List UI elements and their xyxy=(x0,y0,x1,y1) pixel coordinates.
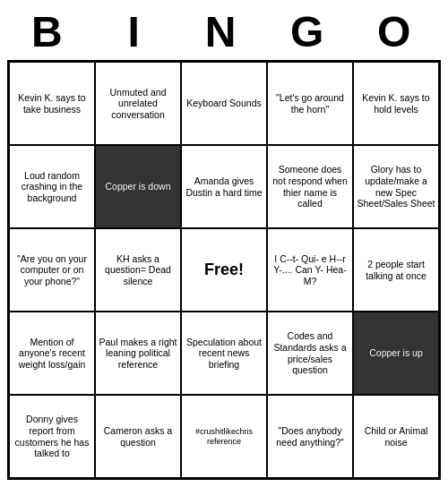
cell-2-0: "Are you on your computer or on your pho… xyxy=(9,228,95,312)
cell-2-2-free: Free! xyxy=(181,228,267,312)
cell-0-0: Kevin K. says to take business xyxy=(9,62,95,145)
title-o: O xyxy=(362,7,434,56)
title-n: N xyxy=(188,7,260,56)
cell-3-4: Copper is up xyxy=(353,312,439,395)
cell-4-1: Cameron asks a question xyxy=(95,395,181,478)
cell-2-3: I C--t- Qui- e H--r Y-.... Can Y- Hea- M… xyxy=(267,228,353,312)
cell-1-1: Copper is down xyxy=(95,145,181,228)
cell-3-1: Paul makes a right leaning political ref… xyxy=(95,312,181,395)
cell-4-0: Donny gives report from customers he has… xyxy=(9,395,95,478)
cell-1-0: Loud random crashing in the background xyxy=(9,145,95,228)
cell-4-4: Child or Animal noise xyxy=(353,395,439,478)
cell-3-0: Mention of anyone's recent weight loss/g… xyxy=(9,312,95,395)
cell-3-2: Speculation about recent news briefing xyxy=(181,312,267,395)
cell-4-3: "Does anybody need anything?" xyxy=(267,395,353,478)
title-g: G xyxy=(275,7,347,56)
cell-2-1: KH asks a question= Dead silence xyxy=(95,228,181,312)
cell-0-2: Keyboard Sounds xyxy=(181,62,267,145)
cell-3-3: Codes and Standards asks a price/sales q… xyxy=(267,312,353,395)
cell-1-4: Glory has to update/make a new Spec Shee… xyxy=(353,145,439,228)
bingo-grid: Kevin K. says to take business Unmuted a… xyxy=(7,60,441,480)
cell-4-2: #crushitlikechris reference xyxy=(181,395,267,478)
title-i: I xyxy=(101,7,173,56)
cell-0-4: Kevin K. says to hold levels xyxy=(353,62,439,145)
cell-2-4: 2 people start talking at once xyxy=(353,228,439,312)
cell-1-2: Amanda gives Dustin a hard time xyxy=(181,145,267,228)
title-b: B xyxy=(14,7,86,56)
cell-0-3: "Let's go around the horn" xyxy=(267,62,353,145)
cell-1-3: Someone does not respond when thier name… xyxy=(267,145,353,228)
bingo-title: B I N G O xyxy=(7,7,441,56)
cell-0-1: Unmuted and unrelated conversation xyxy=(95,62,181,145)
